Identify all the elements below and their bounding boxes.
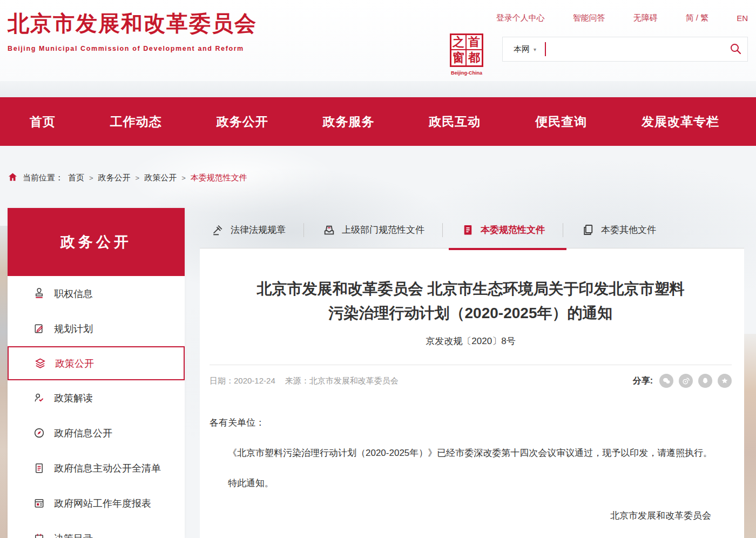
sidebar-item-policy-disclosure[interactable]: 政策公开 xyxy=(8,346,185,380)
tab-label: 上级部门规范性文件 xyxy=(342,224,424,236)
nav-item-gov-services[interactable]: 政务服务 xyxy=(322,113,374,130)
background-watermark-left xyxy=(0,226,8,538)
english-link[interactable]: EN xyxy=(737,14,748,23)
title-divider xyxy=(210,365,732,365)
stamp-icon xyxy=(32,287,45,300)
search-scope-label: 本网 xyxy=(514,44,530,55)
sidebar-item-label: 决策目录 xyxy=(54,532,93,538)
nav-item-home[interactable]: 首页 xyxy=(30,113,56,130)
calendar-icon xyxy=(32,532,45,538)
sidebar-item-label: 政策公开 xyxy=(55,357,94,370)
checklist-icon xyxy=(32,462,45,475)
search-button[interactable] xyxy=(724,37,747,61)
site-title: 北京市发展和改革委员会 xyxy=(8,9,257,38)
sidebar-item-proactive-disclosure-list[interactable]: 政府信息主动公开全清单 xyxy=(8,450,185,486)
inbox-icon xyxy=(322,223,336,237)
breadcrumb-gov-affairs[interactable]: 政务公开 xyxy=(98,173,131,183)
compass-icon xyxy=(32,427,45,440)
main-navigation: 首页 工作动态 政务公开 政务服务 政民互动 便民查询 发展改革专栏 xyxy=(0,97,756,146)
tab-divider xyxy=(303,223,304,237)
search-input[interactable] xyxy=(546,38,724,60)
share-toolbar: 分享: xyxy=(633,374,732,388)
nav-item-reform-column[interactable]: 发展改革专栏 xyxy=(642,113,719,130)
search-icon xyxy=(729,42,742,57)
seal-char: 首 xyxy=(467,35,482,50)
layers-icon xyxy=(33,357,46,370)
person-check-icon xyxy=(32,392,45,405)
site-title-english: Beijing Municipal Commission of Developm… xyxy=(8,45,257,52)
tab-label: 本委规范性文件 xyxy=(481,224,545,236)
seal-char: 都 xyxy=(467,50,482,65)
smart-qa-link[interactable]: 智能问答 xyxy=(573,13,605,23)
sidebar-item-label: 职权信息 xyxy=(54,287,93,300)
simplified-traditional-toggle[interactable]: 简 / 繁 xyxy=(686,13,709,23)
document-category-tabs: 法律法规规章 上级部门规范性文件 本委规范性文件 本委其他文件 xyxy=(200,212,744,248)
document-number: 京发改规〔2020〕8号 xyxy=(210,335,732,347)
page-title: 北京市发展和改革委员会 北京市生态环境局关于印发北京市塑料 污染治理行动计划（2… xyxy=(210,277,732,325)
nav-item-gov-affairs[interactable]: 政务公开 xyxy=(217,113,268,130)
wechat-icon[interactable] xyxy=(659,374,673,388)
title-line-2: 污染治理行动计划（2020-2025年）的通知 xyxy=(210,301,732,325)
report-icon xyxy=(32,497,45,510)
search-scope-dropdown[interactable]: 本网 ▾ xyxy=(503,44,545,55)
gavel-icon xyxy=(211,223,225,237)
sidebar-item-policy-interpretation[interactable]: 政策解读 xyxy=(8,380,185,415)
sidebar-item-label: 政府网站工作年度报表 xyxy=(54,497,151,510)
share-label: 分享: xyxy=(633,375,653,387)
breadcrumb-label: 当前位置： xyxy=(23,173,63,183)
seal-caption: Beijing-China xyxy=(445,70,488,76)
nav-item-work-news[interactable]: 工作动态 xyxy=(110,113,162,130)
qq-icon[interactable] xyxy=(698,374,712,388)
breadcrumb-separator: > xyxy=(89,174,93,182)
sidebar-item-gov-info-disclosure[interactable]: 政府信息公开 xyxy=(8,415,185,450)
weibo-icon[interactable] xyxy=(679,374,693,388)
accessibility-link[interactable]: 无障碍 xyxy=(633,13,658,23)
publish-date: 2020-12-24 xyxy=(234,376,275,385)
nav-item-convenience-query[interactable]: 便民查询 xyxy=(535,113,587,130)
source-value: 北京市发展和改革委员会 xyxy=(309,376,399,385)
breadcrumb-policy[interactable]: 政策公开 xyxy=(144,173,177,183)
search-bar: 本网 ▾ xyxy=(502,37,748,62)
capital-window-seal-logo[interactable]: 之 首 窗 都 xyxy=(450,33,483,67)
site-logo[interactable]: 北京市发展和改革委员会 Beijing Municipal Commission… xyxy=(8,9,257,52)
seal-char: 之 xyxy=(451,35,467,50)
tab-superior-normative-documents[interactable]: 上级部门规范性文件 xyxy=(322,223,424,237)
quick-links: 登录个人中心 智能问答 无障碍 简 / 繁 EN xyxy=(496,13,748,23)
article-panel: 北京市发展和改革委员会 北京市生态环境局关于印发北京市塑料 污染治理行动计划（2… xyxy=(200,248,744,538)
tab-commission-normative-documents[interactable]: 本委规范性文件 xyxy=(461,223,545,237)
tab-divider xyxy=(563,223,563,237)
chevron-down-icon: ▾ xyxy=(534,46,536,52)
sidebar: 政务公开 职权信息 规划计划 政策公开 政策解读 政府信息公开 政府信 xyxy=(8,208,185,538)
date-source-line: 日期：2020-12-24来源：北京市发展和改革委员会 xyxy=(210,376,399,386)
sidebar-item-label: 规划计划 xyxy=(54,322,93,335)
main-content: 法律法规规章 上级部门规范性文件 本委规范性文件 本委其他文件 北京市发展和改革… xyxy=(200,212,744,538)
sidebar-item-label: 政府信息主动公开全清单 xyxy=(54,462,161,475)
background-watermark-right xyxy=(744,334,756,538)
article-body: 各有关单位： 《北京市塑料污染治理行动计划（2020-2025年）》已经市委深改… xyxy=(210,412,732,527)
sidebar-item-planning[interactable]: 规划计划 xyxy=(8,311,185,346)
sidebar-item-decision-catalog[interactable]: 决策目录 xyxy=(8,521,185,538)
tab-commission-other-documents[interactable]: 本委其他文件 xyxy=(581,223,656,237)
sidebar-header: 政务公开 xyxy=(8,208,185,276)
salutation: 各有关单位： xyxy=(210,412,732,434)
sidebar-item-label: 政策解读 xyxy=(54,392,93,405)
document-icon xyxy=(461,223,475,237)
login-personal-center-link[interactable]: 登录个人中心 xyxy=(496,13,545,23)
sidebar-item-website-annual-report[interactable]: 政府网站工作年度报表 xyxy=(8,486,185,521)
tab-label: 本委其他文件 xyxy=(601,224,656,236)
breadcrumb-home[interactable]: 首页 xyxy=(68,173,84,183)
source-label: 来源： xyxy=(285,376,309,385)
seal-char: 窗 xyxy=(451,50,467,65)
signature: 北京市发展和改革委员会 xyxy=(210,505,732,527)
nav-item-interaction[interactable]: 政民互动 xyxy=(429,113,481,130)
plan-edit-icon xyxy=(32,322,45,335)
sidebar-item-authority-info[interactable]: 职权信息 xyxy=(8,276,185,311)
title-line-1: 北京市发展和改革委员会 北京市生态环境局关于印发北京市塑料 xyxy=(210,277,732,301)
home-icon[interactable] xyxy=(8,172,18,184)
star-icon[interactable] xyxy=(718,374,732,388)
tab-label: 法律法规规章 xyxy=(231,224,286,236)
sidebar-item-label: 政府信息公开 xyxy=(54,427,112,440)
tab-laws-regulations[interactable]: 法律法规规章 xyxy=(211,223,286,237)
header-divider-band xyxy=(0,81,756,97)
article-meta-row: 日期：2020-12-24来源：北京市发展和改革委员会 分享: xyxy=(210,374,732,388)
